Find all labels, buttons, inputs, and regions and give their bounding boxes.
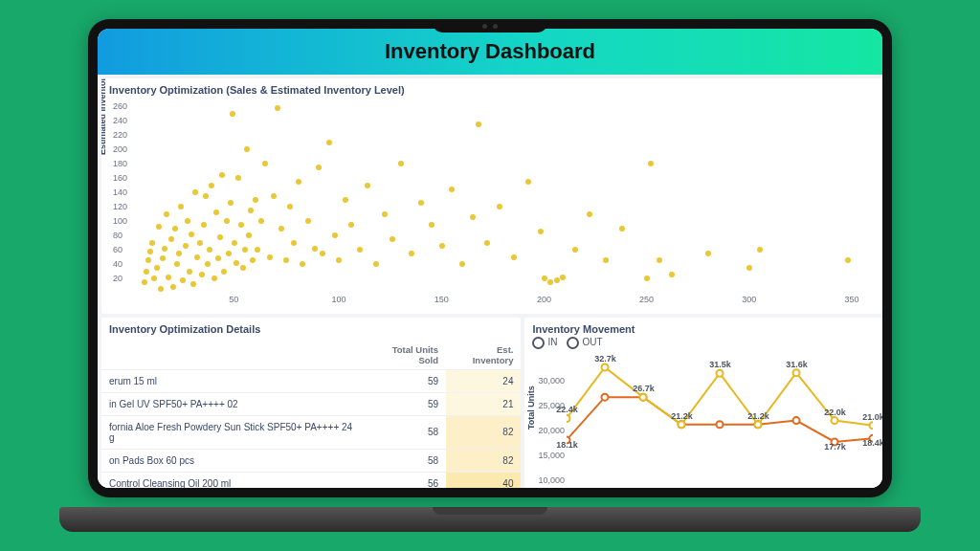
svg-point-11 bbox=[640, 394, 647, 401]
y-tick: 260 bbox=[113, 101, 127, 111]
scatter-point bbox=[657, 257, 662, 263]
data-label: 31.6k bbox=[786, 360, 808, 369]
scatter-point bbox=[365, 183, 370, 188]
scatter-point bbox=[587, 211, 592, 217]
scatter-point bbox=[232, 240, 237, 246]
scatter-point bbox=[398, 161, 404, 166]
scatter-point bbox=[170, 284, 176, 290]
scatter-point bbox=[373, 261, 379, 267]
cell-product: in Gel UV SPF50+ PA++++ 02 bbox=[101, 392, 364, 415]
y-tick: 140 bbox=[113, 187, 127, 197]
y-tick: 20 bbox=[113, 274, 122, 283]
scatter-point bbox=[705, 251, 711, 256]
scatter-point bbox=[203, 193, 209, 199]
scatter-point bbox=[144, 269, 149, 275]
y-tick: 160 bbox=[113, 173, 127, 183]
svg-point-16 bbox=[832, 417, 838, 424]
scatter-point bbox=[429, 222, 434, 228]
scatter-y-axis-label: Estimated Inventory bbox=[101, 78, 107, 155]
details-table-area: Total Units Sold Est. Inventory erum 15 … bbox=[101, 341, 521, 488]
scatter-point bbox=[418, 200, 424, 206]
legend-item-out: OUT bbox=[567, 337, 602, 349]
panel-scatter: Inventory Optimization (Sales & Estimate… bbox=[101, 78, 882, 314]
x-tick: 300 bbox=[742, 295, 756, 304]
scatter-point bbox=[439, 243, 445, 249]
y-tick: 20,000 bbox=[538, 426, 565, 435]
scatter-point bbox=[390, 236, 395, 242]
scatter-point bbox=[248, 208, 254, 213]
scatter-point bbox=[164, 211, 169, 217]
movement-legend: IN OUT bbox=[532, 337, 875, 349]
scatter-point bbox=[201, 222, 207, 228]
table-row: erum 15 ml5924 bbox=[101, 369, 521, 392]
scatter-point bbox=[158, 286, 164, 292]
scatter-point bbox=[258, 218, 264, 224]
data-label: 21.2k bbox=[671, 411, 693, 421]
scatter-point bbox=[228, 200, 234, 206]
data-label: 26.7k bbox=[633, 384, 655, 393]
data-label: 18.4k bbox=[862, 438, 882, 448]
scatter-point bbox=[176, 251, 182, 256]
scatter-point bbox=[305, 218, 311, 224]
svg-point-14 bbox=[755, 421, 762, 428]
cell-inventory: 21 bbox=[446, 392, 521, 415]
cell-units: 58 bbox=[364, 415, 447, 449]
svg-point-6 bbox=[793, 417, 800, 424]
scatter-point bbox=[382, 211, 388, 217]
scatter-point bbox=[757, 247, 763, 253]
table-row: on Pads Box 60 pcs5882 bbox=[101, 449, 521, 472]
scatter-point bbox=[560, 275, 566, 280]
screen: Inventory Dashboard Inventory Optimizati… bbox=[98, 29, 882, 488]
svg-point-12 bbox=[679, 421, 685, 428]
x-tick: 350 bbox=[845, 295, 859, 304]
scatter-point bbox=[332, 232, 338, 238]
scatter-point bbox=[209, 183, 214, 188]
scatter-point bbox=[187, 269, 192, 275]
dashboard-content: Inventory Optimization (Sales & Estimate… bbox=[98, 75, 882, 488]
scatter-point bbox=[166, 275, 171, 280]
x-tick: 100 bbox=[331, 295, 345, 304]
dashboard-header: Inventory Dashboard bbox=[98, 29, 882, 75]
scatter-point bbox=[476, 121, 481, 127]
scatter-point bbox=[192, 189, 198, 195]
legend-item-in: IN bbox=[532, 337, 557, 349]
scatter-point bbox=[147, 249, 153, 254]
scatter-point bbox=[156, 224, 162, 230]
cell-units: 59 bbox=[364, 369, 447, 392]
scatter-point bbox=[250, 257, 256, 263]
scatter-point bbox=[669, 272, 675, 277]
data-label: 21.0k bbox=[862, 412, 882, 422]
scatter-point bbox=[207, 247, 212, 253]
scatter-point bbox=[262, 161, 268, 166]
scatter-point bbox=[168, 236, 174, 242]
scatter-point bbox=[212, 276, 217, 281]
panel-title-movement: Inventory Movement bbox=[532, 323, 875, 335]
scatter-point bbox=[226, 251, 232, 256]
scatter-point bbox=[162, 246, 167, 252]
scatter-point bbox=[197, 240, 203, 246]
panel-title-scatter: Inventory Optimization (Sales & Estimate… bbox=[109, 84, 875, 96]
scatter-point bbox=[255, 247, 260, 253]
legend-dot-out-icon bbox=[567, 337, 579, 349]
data-label: 17.7k bbox=[824, 442, 846, 452]
y-tick: 240 bbox=[113, 116, 127, 125]
scatter-point bbox=[238, 222, 244, 228]
data-label: 22.0k bbox=[824, 408, 846, 417]
panel-details: Inventory Optimization Details Total Uni… bbox=[101, 318, 521, 488]
scatter-point bbox=[160, 255, 166, 261]
scatter-point bbox=[230, 111, 235, 117]
svg-point-9 bbox=[567, 415, 570, 422]
scatter-point bbox=[511, 254, 517, 260]
data-label: 18.1k bbox=[556, 440, 578, 450]
scatter-point bbox=[648, 161, 654, 166]
scatter-point bbox=[217, 234, 223, 240]
cell-inventory: 24 bbox=[446, 369, 521, 392]
cell-inventory: 82 bbox=[446, 449, 521, 472]
laptop-frame: Inventory Dashboard Inventory Optimizati… bbox=[88, 19, 892, 526]
scatter-point bbox=[190, 281, 196, 287]
page-title: Inventory Dashboard bbox=[385, 39, 595, 64]
y-tick: 10,000 bbox=[538, 475, 565, 485]
scatter-point bbox=[224, 218, 230, 224]
movement-y-axis-label: Total Units bbox=[526, 386, 536, 430]
screen-bezel: Inventory Dashboard Inventory Optimizati… bbox=[88, 19, 892, 497]
